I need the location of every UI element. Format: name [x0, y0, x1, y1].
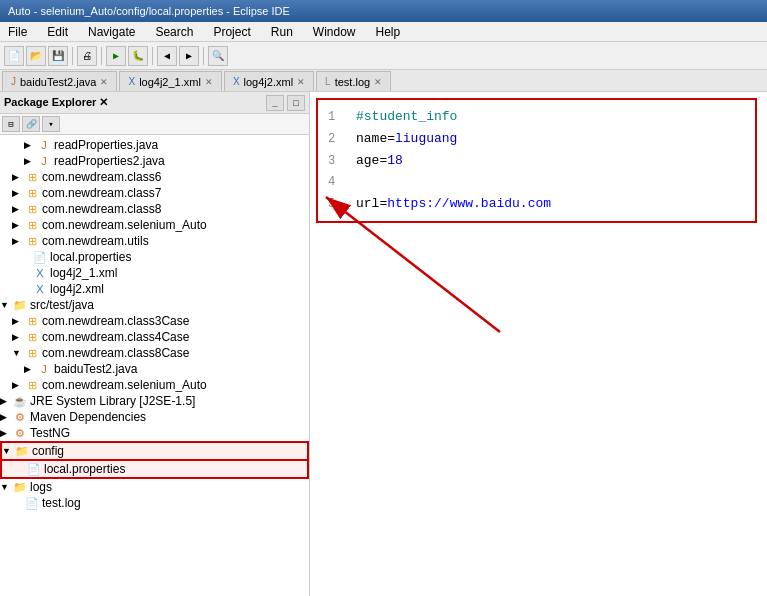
log-icon-testlog: 📄 — [24, 496, 40, 510]
tree-item-config[interactable]: ▼ 📁 config — [0, 441, 309, 461]
sidebar-collapse-all[interactable]: ⊟ — [2, 116, 20, 132]
tab-log4j2_1[interactable]: X log4j2_1.xml ✕ — [119, 71, 221, 91]
menu-file[interactable]: File — [4, 24, 31, 40]
toolbar-print[interactable]: 🖨 — [77, 46, 97, 66]
tree-item-readprops2[interactable]: ▶ J readProperties2.java — [0, 153, 309, 169]
folder-icon-config: 📁 — [14, 444, 30, 458]
tree-item-testng[interactable]: ▶ ⚙ TestNG — [0, 425, 309, 441]
tree-item-jre[interactable]: ▶ ☕ JRE System Library [J2SE-1.5] — [0, 393, 309, 409]
menu-search[interactable]: Search — [151, 24, 197, 40]
package-icon-utils: ⊞ — [24, 234, 40, 248]
tab-java-icon: J — [11, 76, 16, 87]
xml-icon-log2: X — [32, 282, 48, 296]
tree-item-srctestjava[interactable]: ▼ 📁 src/test/java — [0, 297, 309, 313]
line-num-4: 4 — [328, 172, 348, 192]
package-icon-class7: ⊞ — [24, 186, 40, 200]
tree-item-log4j2-1[interactable]: X log4j2_1.xml — [0, 265, 309, 281]
props-icon-config: 📄 — [26, 462, 42, 476]
folder-icon-logs: 📁 — [12, 480, 28, 494]
tree-item-utils[interactable]: ▶ ⊞ com.newdream.utils — [0, 233, 309, 249]
java-icon-baidutest2: J — [36, 362, 52, 376]
menu-edit[interactable]: Edit — [43, 24, 72, 40]
toolbar-new[interactable]: 📄 — [4, 46, 24, 66]
toolbar-search[interactable]: 🔍 — [208, 46, 228, 66]
tab-testlog-label: test.log — [335, 76, 370, 88]
tab-baidutest2-label: baiduTest2.java — [20, 76, 96, 88]
toolbar-run[interactable]: ▶ — [106, 46, 126, 66]
sep3 — [152, 47, 153, 65]
tree-item-maven[interactable]: ▶ ⚙ Maven Dependencies — [0, 409, 309, 425]
editor-wrapper: 1 #student_info 2 name=liuguang 3 age=18… — [310, 92, 767, 596]
code-line-2: 2 name=liuguang — [328, 128, 745, 150]
tab-testlog[interactable]: L test.log ✕ — [316, 71, 391, 91]
tab-baiduTest2[interactable]: J baiduTest2.java ✕ — [2, 71, 117, 91]
tree-item-class7[interactable]: ▶ ⊞ com.newdream.class7 — [0, 185, 309, 201]
code-content-3: age=18 — [356, 150, 403, 172]
editor-area: 1 #student_info 2 name=liuguang 3 age=18… — [310, 92, 767, 596]
tree-item-class8[interactable]: ▶ ⊞ com.newdream.class8 — [0, 201, 309, 217]
toolbar-debug[interactable]: 🐛 — [128, 46, 148, 66]
tree-item-class3case[interactable]: ▶ ⊞ com.newdream.class3Case — [0, 313, 309, 329]
line-num-2: 2 — [328, 129, 348, 149]
line-num-3: 3 — [328, 151, 348, 171]
tree-item-log4j2[interactable]: X log4j2.xml — [0, 281, 309, 297]
tab-close-baidutest2[interactable]: ✕ — [100, 77, 108, 87]
tab-xml1-icon: X — [128, 76, 135, 87]
package-icon-selenium2: ⊞ — [24, 378, 40, 392]
sep1 — [72, 47, 73, 65]
tab-log-icon: L — [325, 76, 331, 87]
tree-item-localprops1[interactable]: 📄 local.properties — [0, 249, 309, 265]
tree-item-class8case[interactable]: ▼ ⊞ com.newdream.class8Case — [0, 345, 309, 361]
sidebar-maximize[interactable]: □ — [287, 95, 305, 111]
line-num-5: 5 — [328, 194, 348, 214]
package-icon-class3: ⊞ — [24, 314, 40, 328]
sidebar: Package Explorer ✕ _ □ ⊟ 🔗 ▾ ▶ J readPro… — [0, 92, 310, 596]
menu-bar: File Edit Navigate Search Project Run Wi… — [0, 22, 767, 42]
java-icon-readprops: J — [36, 138, 52, 152]
java-icon-readprops2: J — [36, 154, 52, 168]
tab-log4j2-label: log4j2.xml — [244, 76, 294, 88]
tree-item-selenium2[interactable]: ▶ ⊞ com.newdream.selenium_Auto — [0, 377, 309, 393]
code-content-1: #student_info — [356, 106, 457, 128]
tree-item-baidutest2[interactable]: ▶ J baiduTest2.java — [0, 361, 309, 377]
toolbar-forward[interactable]: ▶ — [179, 46, 199, 66]
tree-item-readprops[interactable]: ▶ J readProperties.java — [0, 137, 309, 153]
toolbar: 📄 📂 💾 🖨 ▶ 🐛 ◀ ▶ 🔍 — [0, 42, 767, 70]
tree-item-testlog[interactable]: 📄 test.log — [0, 495, 309, 511]
tree-item-local-props-config[interactable]: 📄 local.properties — [0, 461, 309, 479]
tree-item-selenium[interactable]: ▶ ⊞ com.newdream.selenium_Auto — [0, 217, 309, 233]
sidebar-view-menu[interactable]: ▾ — [42, 116, 60, 132]
code-line-1: 1 #student_info — [328, 106, 745, 128]
tab-log4j2[interactable]: X log4j2.xml ✕ — [224, 71, 314, 91]
jre-icon: ☕ — [12, 394, 28, 408]
code-content-2: name=liuguang — [356, 128, 457, 150]
testng-icon: ⚙ — [12, 426, 28, 440]
menu-run[interactable]: Run — [267, 24, 297, 40]
code-line-3: 3 age=18 — [328, 150, 745, 172]
menu-window[interactable]: Window — [309, 24, 360, 40]
tree-item-class6[interactable]: ▶ ⊞ com.newdream.class6 — [0, 169, 309, 185]
sidebar-title: Package Explorer ✕ — [4, 96, 108, 109]
tab-bar: J baiduTest2.java ✕ X log4j2_1.xml ✕ X l… — [0, 70, 767, 92]
toolbar-back[interactable]: ◀ — [157, 46, 177, 66]
toolbar-save[interactable]: 💾 — [48, 46, 68, 66]
tab-close-log4j2-1[interactable]: ✕ — [205, 77, 213, 87]
sidebar-minimize[interactable]: _ — [266, 95, 284, 111]
main-area: Package Explorer ✕ _ □ ⊟ 🔗 ▾ ▶ J readPro… — [0, 92, 767, 596]
sidebar-link-editor[interactable]: 🔗 — [22, 116, 40, 132]
sidebar-header: Package Explorer ✕ _ □ — [0, 92, 309, 114]
tree-item-logs[interactable]: ▼ 📁 logs — [0, 479, 309, 495]
toolbar-open[interactable]: 📂 — [26, 46, 46, 66]
menu-project[interactable]: Project — [209, 24, 254, 40]
package-icon-class8: ⊞ — [24, 202, 40, 216]
title-text: Auto - selenium_Auto/config/local.proper… — [8, 5, 290, 17]
code-line-4: 4 — [328, 172, 745, 192]
line-num-1: 1 — [328, 107, 348, 127]
code-line-5: 5 url=https://www.baidu.com — [328, 193, 745, 215]
tab-close-testlog[interactable]: ✕ — [374, 77, 382, 87]
menu-navigate[interactable]: Navigate — [84, 24, 139, 40]
tab-close-log4j2[interactable]: ✕ — [297, 77, 305, 87]
maven-icon: ⚙ — [12, 410, 28, 424]
menu-help[interactable]: Help — [372, 24, 405, 40]
tree-item-class4case[interactable]: ▶ ⊞ com.newdream.class4Case — [0, 329, 309, 345]
